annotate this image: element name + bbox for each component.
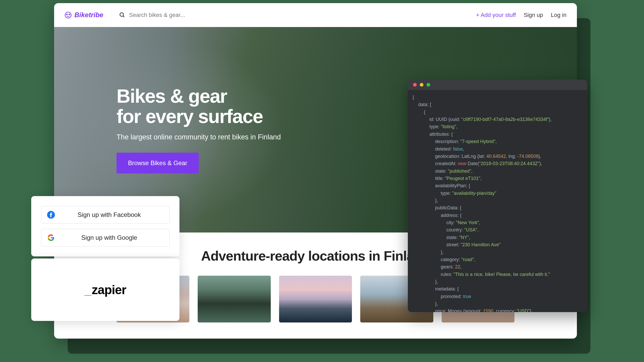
zapier-logo: _zapier — [85, 283, 126, 297]
browse-button[interactable]: Browse Bikes & Gear — [117, 153, 199, 173]
hero-title: Bikes & gear for every surface — [117, 86, 577, 126]
signup-google-button[interactable]: Sign up with Google — [41, 229, 170, 247]
logo-text: Biketribe — [74, 11, 103, 19]
logo-icon — [65, 11, 72, 19]
signup-facebook-button[interactable]: Sign up with Facebook — [41, 206, 170, 224]
zapier-card: _zapier — [31, 258, 179, 321]
location-card[interactable] — [198, 276, 271, 322]
search-icon — [119, 12, 125, 18]
svg-point-0 — [65, 12, 71, 18]
google-icon — [47, 234, 55, 242]
facebook-icon — [47, 211, 55, 219]
hero-title-line2: for every surface — [117, 106, 263, 127]
svg-point-2 — [69, 14, 70, 15]
zapier-underscore-icon: _ — [85, 283, 91, 297]
search-container — [119, 12, 476, 18]
signup-link[interactable]: Sign up — [524, 12, 543, 18]
svg-point-3 — [120, 13, 124, 16]
facebook-button-label: Sign up with Facebook — [55, 211, 164, 218]
svg-point-1 — [67, 14, 68, 15]
hero-subtitle: The largest online community to rent bik… — [117, 133, 577, 141]
add-stuff-link[interactable]: + Add your stuff — [476, 12, 516, 18]
logo[interactable]: Biketribe — [65, 7, 111, 23]
svg-line-4 — [123, 16, 124, 17]
location-card[interactable] — [279, 276, 352, 322]
login-link[interactable]: Log in — [551, 12, 566, 18]
search-input[interactable] — [129, 12, 233, 18]
zapier-text: zapier — [92, 283, 126, 297]
header-links: + Add your stuff Sign up Log in — [476, 12, 566, 18]
site-header: Biketribe + Add your stuff Sign up Log i… — [54, 3, 577, 27]
social-signup-card: Sign up with Facebook Sign up with Googl… — [31, 196, 179, 256]
hero-title-line1: Bikes & gear — [117, 85, 227, 107]
google-button-label: Sign up with Google — [55, 234, 164, 241]
